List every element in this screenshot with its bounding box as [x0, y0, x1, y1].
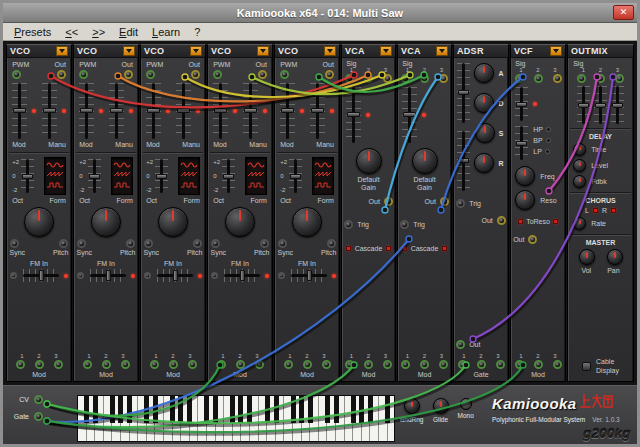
out-jack[interactable] [497, 216, 506, 225]
mod-jack-1[interactable] [217, 360, 226, 369]
fm-amount-slider[interactable] [291, 269, 327, 282]
sig2-level-slider[interactable] [594, 86, 607, 124]
pwm-manu-slider[interactable] [176, 83, 191, 139]
sync-jack[interactable] [10, 239, 19, 248]
preset-dropdown[interactable] [257, 46, 269, 56]
sig-jack-2[interactable] [420, 74, 429, 83]
bndrng-knob[interactable] [404, 398, 420, 414]
pwm-mod-slider[interactable] [79, 83, 94, 139]
mod-jack-1[interactable] [515, 360, 524, 369]
octave-slider[interactable] [88, 159, 101, 193]
sig3-level-slider[interactable] [611, 86, 624, 124]
titlebar[interactable]: Kamioooka x64 - 014: Multi Saw ✕ [3, 3, 637, 23]
mod-jack-1[interactable] [401, 360, 410, 369]
mod-jack-1[interactable] [16, 360, 25, 369]
pitch-mod-jack[interactable] [193, 239, 202, 248]
mod-jack-3[interactable] [439, 360, 448, 369]
bp-jack[interactable] [546, 138, 551, 143]
trig-jack[interactable] [400, 220, 409, 229]
reso-knob[interactable] [515, 190, 535, 210]
pwm-mod-slider[interactable] [12, 83, 27, 139]
cascade-led-right[interactable] [442, 246, 447, 251]
mod-jack-3[interactable] [383, 360, 392, 369]
sig1-level-slider[interactable] [577, 86, 590, 124]
fm-jack[interactable] [278, 272, 285, 279]
out-jack[interactable] [57, 70, 66, 79]
preset-dropdown[interactable] [380, 46, 392, 56]
menu-edit[interactable]: Edit [112, 25, 145, 39]
mod-jack-3[interactable] [188, 360, 197, 369]
gate-jack-3[interactable] [496, 360, 505, 369]
fm-jack[interactable] [10, 272, 17, 279]
sig-jack-2[interactable] [534, 74, 543, 83]
octave-switch[interactable]: +2 0 -2 [213, 159, 235, 193]
filter-type-switch[interactable] [515, 126, 528, 160]
menu-presets[interactable]: Presets [7, 25, 58, 39]
sync-jack[interactable] [77, 239, 86, 248]
out-jack[interactable] [528, 235, 537, 244]
waveform-display[interactable] [178, 157, 200, 195]
env-out-jack[interactable] [456, 340, 465, 349]
out-jack[interactable] [124, 70, 133, 79]
sig-jack-2[interactable] [364, 74, 373, 83]
master-pan-knob[interactable] [607, 249, 623, 265]
sig-jack-3[interactable] [383, 74, 392, 83]
octave-switch[interactable]: +2 0 -2 [280, 159, 302, 193]
sustain-knob[interactable] [475, 123, 495, 143]
pitch-knob[interactable] [225, 207, 255, 237]
sig-jack-1[interactable] [345, 74, 354, 83]
menu-help[interactable]: ? [187, 25, 207, 39]
chorus-rate-knob[interactable] [573, 217, 586, 230]
toreso-led-right[interactable] [553, 219, 558, 224]
pitch-knob[interactable] [24, 207, 54, 237]
mod-jack-2[interactable] [102, 360, 111, 369]
fm-jack[interactable] [211, 272, 218, 279]
gate-jack-2[interactable] [477, 360, 486, 369]
gain-mod-slider[interactable] [402, 87, 417, 143]
cascade-led-right[interactable] [386, 246, 391, 251]
gain-mod-slider[interactable] [346, 87, 361, 143]
mod-jack-3[interactable] [121, 360, 130, 369]
out-jack[interactable] [191, 70, 200, 79]
octave-switch[interactable]: +2 0 -2 [12, 159, 34, 193]
pitch-mod-jack[interactable] [59, 239, 68, 248]
sync-jack[interactable] [278, 239, 287, 248]
adsr-mod-slider-1[interactable] [457, 63, 470, 123]
menu-prev-preset[interactable]: << [58, 25, 85, 39]
pwm-manu-slider[interactable] [310, 83, 325, 139]
preset-dropdown[interactable] [436, 46, 448, 56]
mod-jack-3[interactable] [255, 360, 264, 369]
cascade-led-left[interactable] [402, 246, 407, 251]
octave-slider[interactable] [155, 159, 168, 193]
mod-jack-1[interactable] [284, 360, 293, 369]
menu-next-preset[interactable]: >> [85, 25, 112, 39]
fm-amount-slider[interactable] [157, 269, 193, 282]
fm-amount-slider[interactable] [23, 269, 59, 282]
fm-amount-slider[interactable] [224, 269, 260, 282]
sig-jack-3[interactable] [615, 74, 624, 83]
pwm-manu-slider[interactable] [243, 83, 258, 139]
hp-jack[interactable] [546, 127, 551, 132]
waveform-display[interactable] [111, 157, 133, 195]
preset-dropdown[interactable] [324, 46, 336, 56]
mod-jack-2[interactable] [35, 360, 44, 369]
close-button[interactable]: ✕ [613, 5, 634, 20]
octave-switch[interactable]: +2 0 -2 [146, 159, 168, 193]
gate-jack-1[interactable] [458, 360, 467, 369]
pwm-jack[interactable] [79, 70, 88, 79]
sync-jack[interactable] [211, 239, 220, 248]
preset-dropdown[interactable] [550, 46, 562, 56]
pitch-knob[interactable] [91, 207, 121, 237]
delay-level-knob[interactable] [573, 159, 586, 172]
attack-knob[interactable] [474, 63, 494, 83]
cable-display-switch[interactable] [582, 362, 591, 371]
out-jack[interactable] [258, 70, 267, 79]
black-keys[interactable] [78, 396, 394, 423]
octave-switch[interactable]: +2 0 -2 [79, 159, 101, 193]
cutoff-mod-slider[interactable] [515, 87, 528, 121]
toreso-led-left[interactable] [518, 219, 523, 224]
fm-jack[interactable] [144, 272, 151, 279]
preset-dropdown[interactable] [56, 46, 68, 56]
preset-dropdown[interactable] [123, 46, 135, 56]
mod-jack-3[interactable] [322, 360, 331, 369]
